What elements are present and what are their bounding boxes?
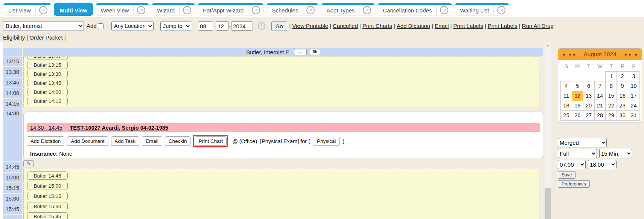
calendar-day[interactable]: 1 bbox=[606, 71, 617, 81]
scrollbar-thumb[interactable] bbox=[545, 188, 551, 219]
calendar-day[interactable]: 31 bbox=[628, 110, 639, 120]
tab-wizard[interactable]: Wizard ↗ bbox=[152, 3, 195, 16]
calendar-day[interactable]: 28 bbox=[594, 110, 606, 120]
go-button[interactable]: Go bbox=[271, 21, 287, 31]
calendar-day[interactable]: 30 bbox=[617, 110, 628, 120]
calendar-day[interactable]: 17 bbox=[628, 91, 639, 101]
link-add-dictation[interactable]: Add Dictation bbox=[397, 23, 430, 29]
tab-pat-appt-wizard[interactable]: Pat/Appt Wizard ↗ bbox=[198, 3, 264, 16]
calendar-day[interactable]: 21 bbox=[594, 101, 606, 110]
tab-schedules[interactable]: Schedules ↗ bbox=[266, 3, 318, 16]
scroll-up-arrow-icon[interactable]: ▲ bbox=[545, 42, 551, 49]
end-time-select[interactable]: 18:00 bbox=[588, 160, 617, 169]
link-print-charts[interactable]: Print Charts bbox=[362, 23, 392, 29]
calendar-day[interactable]: 29 bbox=[606, 110, 617, 120]
external-link-icon[interactable]: ↗ bbox=[39, 6, 47, 14]
calendar-day[interactable]: 6 bbox=[583, 81, 594, 91]
calendar-day[interactable]: 25 bbox=[561, 110, 572, 120]
calendar-day[interactable]: 12 bbox=[572, 91, 583, 101]
tab-appt-types[interactable]: Appt Types ↗ bbox=[321, 3, 375, 16]
add-checkbox[interactable] bbox=[98, 23, 104, 29]
calendar-day[interactable]: 9 bbox=[617, 81, 628, 91]
calendar-day[interactable]: 18 bbox=[561, 101, 572, 110]
slot-button[interactable]: Butler 13:45 bbox=[27, 79, 68, 87]
link-print-labels[interactable]: Print Labels bbox=[453, 23, 483, 29]
slot-button[interactable]: Butler 13:00 bbox=[27, 57, 68, 60]
calendar-prev-fast-icon[interactable]: ◄◄ bbox=[568, 52, 575, 57]
add-task-button[interactable]: Add Task bbox=[111, 136, 139, 146]
link-print-labels-2[interactable]: Print Labels bbox=[487, 23, 517, 29]
tab-list-view[interactable]: List View ↗ bbox=[3, 3, 51, 16]
edit-slot-button[interactable]: ✎ bbox=[23, 160, 34, 167]
external-link-icon[interactable]: ↗ bbox=[183, 6, 191, 14]
calendar-day[interactable]: 10 bbox=[628, 81, 639, 91]
calendar-day[interactable]: 19 bbox=[572, 101, 583, 110]
preferences-button[interactable]: Preferences bbox=[558, 180, 590, 188]
calendar-day[interactable]: 26 bbox=[572, 110, 583, 120]
provider-link[interactable]: Butler, Internist E. bbox=[246, 49, 291, 55]
calendar-day[interactable]: 11 bbox=[561, 91, 572, 101]
tab-multi-view[interactable]: Multi View bbox=[54, 3, 93, 16]
external-link-icon[interactable]: ↗ bbox=[497, 6, 505, 14]
slot-button[interactable]: Butler 13:30 bbox=[27, 70, 68, 78]
slot-button[interactable]: Butler 15:00 bbox=[27, 182, 68, 190]
calendar-next-icon[interactable]: ► bbox=[635, 52, 638, 57]
slot-button[interactable]: Butler 15:45 bbox=[27, 212, 68, 219]
appointment-type-button[interactable]: Physical bbox=[313, 137, 340, 145]
slot-button[interactable]: Butler 15:30 bbox=[27, 202, 68, 210]
email-button[interactable]: Email bbox=[142, 136, 162, 146]
external-link-icon[interactable]: ↗ bbox=[306, 6, 315, 14]
external-link-icon[interactable]: ↗ bbox=[363, 6, 371, 14]
link-email[interactable]: Email bbox=[435, 23, 449, 29]
checkin-button[interactable]: Checkin bbox=[165, 136, 191, 146]
add-dictation-button[interactable]: Add Dictation bbox=[27, 136, 64, 146]
jump-to-select[interactable]: Jump to bbox=[160, 21, 191, 31]
slot-button[interactable]: Butler 15:15 bbox=[27, 192, 68, 200]
slot-button[interactable]: Butler 14:45 bbox=[27, 172, 68, 180]
external-link-icon[interactable]: ↗ bbox=[252, 6, 260, 14]
date-year-input[interactable] bbox=[231, 21, 253, 31]
slot-button[interactable]: Butler 14:15 bbox=[27, 97, 68, 105]
calendar-day[interactable]: 4 bbox=[561, 81, 572, 91]
calendar-day[interactable]: 13 bbox=[583, 91, 594, 101]
calendar-prev-icon[interactable]: ◄ bbox=[562, 52, 565, 57]
calendar-day[interactable]: 7 bbox=[594, 81, 606, 91]
link-order-packet[interactable]: Order Packet bbox=[29, 34, 62, 41]
calendar-day[interactable]: 14 bbox=[594, 91, 606, 101]
patient-link[interactable]: TEST-10027 Acardi, Sergio 04-02-1985 bbox=[70, 125, 168, 131]
collapse-column-button[interactable]: — bbox=[294, 49, 307, 55]
scrollbar[interactable]: ▲ bbox=[545, 42, 551, 219]
calendar-day[interactable]: 20 bbox=[583, 101, 594, 110]
date-day-input[interactable] bbox=[216, 21, 228, 31]
calendar-day[interactable]: 3 bbox=[628, 71, 639, 81]
calendar-day[interactable]: 2 bbox=[617, 71, 628, 81]
save-button[interactable]: Save bbox=[558, 171, 575, 179]
tab-waiting-list[interactable]: Waiting List ↗ bbox=[455, 3, 509, 16]
slot-button[interactable]: Butler 14:00 bbox=[27, 88, 68, 96]
merged-select[interactable]: Merged bbox=[558, 138, 607, 147]
tab-cancellation-codes[interactable]: Cancellation Codes ↗ bbox=[378, 3, 452, 16]
calendar-next-fast-icon[interactable]: ►► bbox=[624, 52, 632, 57]
external-link-icon[interactable]: ↗ bbox=[440, 6, 448, 14]
add-document-button[interactable]: Add Document bbox=[67, 136, 108, 146]
start-time-select[interactable]: 07:00 bbox=[558, 160, 586, 169]
interval-select[interactable]: 15 Min. bbox=[599, 149, 632, 158]
calendar-day[interactable]: 5 bbox=[572, 81, 583, 91]
calendar-day[interactable]: 15 bbox=[606, 91, 617, 101]
fb-button[interactable]: f/b bbox=[310, 49, 320, 55]
location-select[interactable]: Any Location bbox=[111, 21, 154, 31]
link-view-printable[interactable]: View Printable bbox=[292, 23, 328, 29]
view-mode-select[interactable]: Full bbox=[558, 149, 597, 158]
calendar-day[interactable]: 22 bbox=[606, 101, 617, 110]
clock-icon[interactable] bbox=[257, 22, 266, 30]
provider-select[interactable]: Butler, Internist bbox=[3, 21, 84, 31]
slot-button[interactable]: Butler 13:15 bbox=[27, 61, 68, 69]
appointment-time-link[interactable]: 14:30 - 14:45 bbox=[30, 125, 62, 131]
external-link-icon[interactable]: ↗ bbox=[137, 6, 145, 14]
link-cancelled[interactable]: Cancelled bbox=[333, 23, 358, 29]
date-month-input[interactable] bbox=[198, 21, 213, 31]
calendar-day[interactable]: 27 bbox=[583, 110, 594, 120]
calendar-day[interactable]: 23 bbox=[617, 101, 628, 110]
print-chart-button[interactable]: Print Chart bbox=[195, 136, 227, 146]
calendar-day[interactable]: 24 bbox=[628, 101, 639, 110]
